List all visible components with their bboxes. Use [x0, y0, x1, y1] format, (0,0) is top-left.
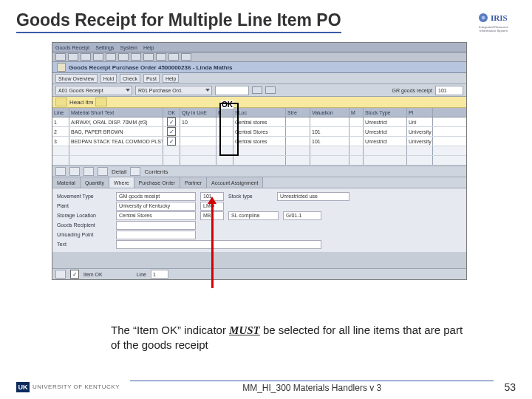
ok-callout-label: OK	[221, 100, 233, 109]
item-bottom-bar: Item OK Line 1	[52, 268, 466, 279]
movement-type-field[interactable]: GM goods receipt	[116, 192, 196, 201]
toolbar-button[interactable]	[168, 53, 179, 61]
item-ok-checkbox[interactable]	[167, 137, 176, 146]
line-field[interactable]: 1	[151, 270, 168, 279]
stock-type-label: Stock type	[228, 194, 273, 199]
col-stre: Stre	[286, 108, 310, 117]
header-button[interactable]	[95, 98, 107, 106]
window-title-bar: Goods Receipt Purchase Order 4500000236 …	[52, 62, 466, 73]
item-ok-checkbox[interactable]	[167, 117, 176, 126]
sloc-label: Storage Location	[57, 213, 112, 218]
line-label: Line	[137, 272, 146, 277]
icon-strip: Detail Contents	[52, 166, 466, 177]
where-form: Movement TypeGM goods receipt101Stock ty…	[52, 188, 466, 252]
col-e: E	[216, 108, 233, 117]
toolbar	[52, 52, 466, 62]
hold-button[interactable]: Hold	[100, 74, 117, 83]
menu-bar: Goods Receipt Settings System Help	[52, 43, 466, 52]
sap-window: Goods Receipt Settings System Help Goods…	[52, 42, 467, 280]
tab-purchase-order[interactable]: Purchase Order	[134, 177, 180, 188]
plant-label: Plant	[57, 203, 112, 208]
toolbar-button[interactable]	[68, 53, 78, 61]
toolbar-button[interactable]	[118, 53, 129, 61]
tab-account-assignment[interactable]: Account Assignment	[207, 177, 263, 188]
po-field[interactable]	[215, 86, 249, 95]
table-row[interactable]: 3 BEDPAN STACK TEAL COMMOD PLSTC Central…	[52, 137, 466, 146]
icon-button[interactable]	[83, 167, 94, 176]
delete-icon[interactable]	[98, 167, 108, 176]
toolbar-button[interactable]	[93, 53, 103, 61]
show-overview-button[interactable]: Show Overview	[55, 74, 98, 83]
sloc-grp-field[interactable]: G/01-1	[283, 211, 321, 220]
gr-code-field[interactable]: 101	[435, 86, 463, 95]
col-ok: OK	[163, 108, 180, 117]
svg-point-1	[482, 16, 485, 20]
unloading-field[interactable]	[116, 231, 196, 239]
menu-item[interactable]: Settings	[95, 45, 114, 50]
toolbar-button[interactable]	[131, 53, 141, 61]
item-ok-checkbox[interactable]	[167, 127, 176, 136]
text-label: Text	[57, 242, 112, 247]
stock-type-field[interactable]: Unrestricted use	[277, 192, 349, 201]
toolbar-button[interactable]	[181, 53, 191, 61]
col-pl: Pl	[407, 108, 433, 117]
contents-label: Contents	[144, 168, 168, 175]
tab-material[interactable]: Material	[52, 177, 81, 188]
sloc-field[interactable]: Central Stores	[116, 211, 196, 220]
tab-where[interactable]: Where	[109, 177, 134, 188]
item-ok-bottom-checkbox[interactable]	[70, 270, 79, 279]
toolbar-button[interactable]	[81, 53, 91, 61]
table-row[interactable]: 1 AIRWAY, ORAL DISP. 70MM (#3) 10 Centra…	[52, 117, 466, 127]
header-strip: Head Itm	[52, 97, 466, 108]
table-row	[52, 146, 466, 156]
nav-icon[interactable]	[55, 270, 66, 279]
reference-dropdown[interactable]: R01 Purchase Ord.	[135, 86, 212, 95]
header-button[interactable]	[55, 98, 67, 106]
check-button[interactable]: Check	[120, 74, 140, 83]
line-items-table: Line Material Short Text OK Qty in UnE E…	[52, 108, 466, 166]
menu-item[interactable]: Goods Receipt	[55, 45, 89, 50]
iris-logo: IRIS Integrated Resource Information Sys…	[471, 10, 516, 33]
transaction-dropdown[interactable]: A01 Goods Receipt	[55, 86, 132, 95]
footer-center: MM_HI_300 Materials Handlers v 3	[130, 381, 494, 393]
tab-quantity[interactable]: Quantity	[81, 177, 109, 188]
col-line: Line	[52, 108, 69, 117]
detail-tabs: Material Quantity Where Purchase Order P…	[52, 177, 466, 188]
col-sloc: SLoc	[233, 108, 286, 117]
table-row	[52, 156, 466, 166]
post-button[interactable]: Post	[143, 74, 160, 83]
slide-title: Goods Receipt for Multiple Line Item PO	[16, 10, 341, 33]
toolbar-button[interactable]	[106, 53, 116, 61]
menu-item[interactable]: Help	[143, 45, 154, 50]
unloading-label: Unloading Point	[57, 232, 112, 237]
goods-recipient-field[interactable]	[116, 221, 196, 230]
icon-button[interactable]	[55, 167, 66, 176]
caption-text: The “Item OK” indicator MUST be selected…	[111, 323, 473, 353]
icon-button[interactable]	[69, 167, 80, 176]
action-row: Show Overview Hold Check Post Help	[52, 73, 466, 84]
icon-button[interactable]	[130, 167, 140, 176]
movement-type-label: Movement Type	[57, 194, 112, 199]
text-field[interactable]	[116, 240, 321, 249]
col-material: Material Short Text	[69, 108, 163, 117]
table-row[interactable]: 2 BAG, PAPER BROWN Central Stores 101 Un…	[52, 127, 466, 137]
menu-item[interactable]: System	[120, 45, 137, 50]
detail-label: Detail	[112, 168, 126, 175]
col-val: Valuation	[310, 108, 349, 117]
item-ok-label: Item OK	[83, 272, 103, 277]
help-button[interactable]: Help	[163, 74, 179, 83]
execute-icon[interactable]	[265, 86, 276, 94]
page-number: 53	[504, 381, 516, 393]
plant-field[interactable]: University of Kentucky	[116, 202, 196, 211]
goods-recipient-label: Goods Recipient	[57, 222, 112, 228]
filter-row: A01 Goods Receipt R01 Purchase Ord. GR g…	[52, 84, 466, 97]
toolbar-button[interactable]	[143, 53, 154, 61]
gr-label: GR goods receipt	[392, 88, 432, 93]
search-icon[interactable]	[252, 86, 262, 94]
sloc-cls-field[interactable]: SL compilna	[228, 211, 279, 220]
red-arrow-annotation	[211, 203, 214, 288]
svg-text:IRIS: IRIS	[491, 13, 508, 22]
toolbar-button[interactable]	[156, 53, 166, 61]
toolbar-button[interactable]	[55, 53, 66, 61]
tab-partner[interactable]: Partner	[180, 177, 207, 188]
